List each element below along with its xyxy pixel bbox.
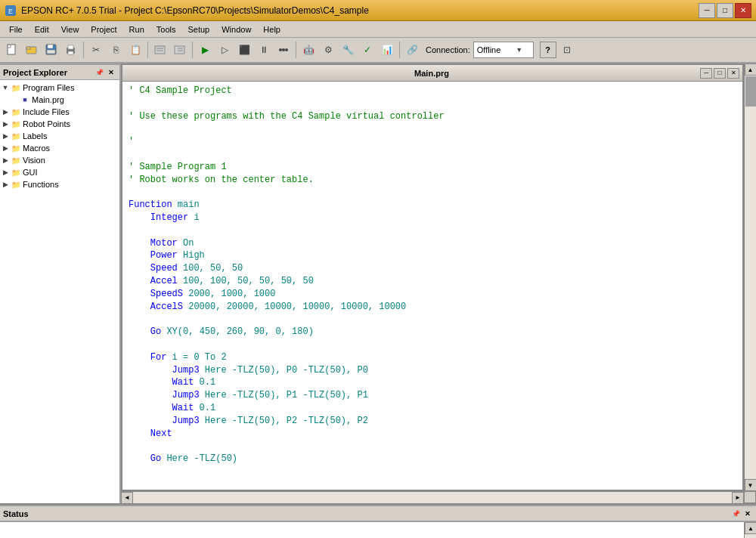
tb-extra[interactable]: ⊡	[558, 41, 576, 59]
tb-run[interactable]: ▶	[196, 41, 214, 59]
code-line-4	[129, 122, 736, 135]
title-bar: E EPSON RC+ 7.0.5 Trial - Project C:\Eps…	[0, 0, 756, 21]
folder-icon-vision: 📁	[11, 155, 21, 165]
label-labels: Labels	[23, 131, 47, 141]
editor-content[interactable]: ' C4 Sample Project ' Use these programs…	[122, 82, 742, 490]
status-pin-icon[interactable]: 📌	[730, 509, 741, 519]
expand-vision: ▶	[2, 156, 9, 164]
code-line-2	[129, 97, 736, 110]
editor-minimize-btn[interactable]: ─	[700, 68, 712, 79]
editor-close-btn[interactable]: ✕	[727, 68, 739, 79]
tb-dots[interactable]	[274, 41, 293, 59]
pe-title: Project Explorer	[3, 68, 67, 77]
scroll-track-v[interactable]	[745, 76, 756, 479]
status-content: ▲ ▼ ◄ ►	[0, 521, 756, 538]
label-include-files: Include Files	[23, 107, 70, 116]
editor-title: Main.prg	[163, 69, 700, 78]
tb-btn6[interactable]	[171, 41, 189, 59]
maximize-button[interactable]: □	[717, 3, 733, 18]
status-header: Status 📌 ✕	[0, 505, 756, 521]
tb-new[interactable]	[3, 41, 21, 59]
menu-file[interactable]: File	[3, 23, 29, 36]
status-scroll-up[interactable]: ▲	[745, 522, 756, 534]
status-vscrollbar[interactable]: ▲ ▼	[744, 522, 756, 538]
tb-more4[interactable]: 📊	[378, 41, 396, 59]
close-button[interactable]: ✕	[735, 3, 751, 18]
menu-help[interactable]: Help	[257, 23, 287, 36]
tree-item-robot-points[interactable]: ▶ 📁 Robot Points	[2, 118, 118, 130]
connection-dropdown[interactable]: Offline ▼	[473, 42, 534, 58]
svg-rect-12	[68, 51, 73, 54]
tb-stop[interactable]: ⬛	[235, 41, 253, 59]
pe-pin-icon[interactable]: 📌	[94, 67, 104, 78]
menu-setup[interactable]: Setup	[181, 23, 215, 36]
code-line-30: Go Here -TLZ(50)	[129, 453, 736, 465]
tree-item-macros[interactable]: ▶ 📁 Macros	[2, 142, 118, 154]
pe-close-icon[interactable]: ✕	[106, 67, 116, 78]
code-line-26: Wait 0.1	[129, 402, 736, 415]
tb-step[interactable]: ▷	[215, 41, 234, 59]
code-line-14: Power High	[129, 249, 736, 262]
expand-include-files: ▶	[2, 108, 9, 116]
tree-item-include-files[interactable]: ▶ 📁 Include Files	[2, 106, 118, 118]
tb-link[interactable]: 🔗	[403, 41, 421, 59]
tree-item-main-prg[interactable]: ■ Main.prg	[2, 94, 118, 106]
tree-item-functions[interactable]: ▶ 📁 Functions	[2, 178, 118, 190]
expand-program-files: ▼	[2, 84, 9, 91]
tb-copy[interactable]: ⎘	[107, 41, 125, 59]
menu-view[interactable]: View	[55, 23, 85, 36]
editor-restore-btn[interactable]: □	[714, 68, 726, 79]
label-functions: Functions	[23, 180, 59, 189]
code-line-10: Function main	[129, 199, 736, 212]
editor-title-bar: Main.prg ─ □ ✕	[122, 65, 742, 82]
code-line-9	[129, 186, 736, 199]
tree-item-vision[interactable]: ▶ 📁 Vision	[2, 154, 118, 166]
code-line-6	[129, 148, 736, 161]
tb-more3[interactable]: ✓	[358, 41, 376, 59]
scroll-thumb-v[interactable]	[745, 76, 756, 107]
connection-value: Offline	[477, 45, 501, 54]
tb-open[interactable]	[23, 41, 41, 59]
code-line-21	[129, 339, 736, 351]
tb-pause[interactable]: ⏸	[255, 41, 273, 59]
code-line-3: ' Use these programs with the C4 Sample …	[129, 110, 736, 123]
main-area: Project Explorer 📌 ✕ ▼ 📁 Program Files ■…	[0, 63, 756, 503]
menu-edit[interactable]: Edit	[29, 23, 55, 36]
menu-window[interactable]: Window	[215, 23, 257, 36]
tb-paste[interactable]: 📋	[126, 41, 144, 59]
tb-cut[interactable]: ✂	[87, 41, 105, 59]
connection-area: Connection: Offline ▼	[426, 42, 534, 58]
menu-run[interactable]: Run	[123, 23, 150, 36]
tb-more2[interactable]: 🔧	[339, 41, 357, 59]
scroll-track-h[interactable]	[133, 492, 732, 503]
editor-hscrollbar: ◄ ►	[121, 491, 744, 503]
code-line-22: For i = 0 To 2	[129, 351, 736, 364]
tb-more1[interactable]: ⚙	[319, 41, 337, 59]
tb-save[interactable]	[42, 41, 60, 59]
minimize-button[interactable]: ─	[699, 3, 715, 18]
scroll-up-arrow[interactable]: ▲	[745, 63, 757, 76]
code-line-24: Wait 0.1	[129, 376, 736, 389]
tree-item-program-files[interactable]: ▼ 📁 Program Files	[2, 82, 118, 94]
tb-print[interactable]	[62, 41, 80, 59]
status-close-icon[interactable]: ✕	[742, 509, 753, 519]
folder-icon-macros: 📁	[11, 143, 21, 153]
menu-tools[interactable]: Tools	[150, 23, 182, 36]
svg-rect-13	[155, 46, 165, 54]
scroll-right-arrow[interactable]: ►	[732, 492, 744, 504]
label-robot-points: Robot Points	[23, 119, 70, 128]
menu-project[interactable]: Project	[85, 23, 122, 36]
code-line-20: Go XY(0, 450, 260, 90, 0, 180)	[129, 326, 736, 339]
status-scroll-track[interactable]	[745, 534, 756, 538]
tree-item-labels[interactable]: ▶ 📁 Labels	[2, 130, 118, 142]
menu-bar: File Edit View Project Run Tools Setup W…	[0, 21, 756, 38]
help-button[interactable]: ?	[540, 42, 556, 58]
tb-robot[interactable]: 🤖	[299, 41, 318, 59]
expand-functions: ▶	[2, 181, 9, 188]
tb-btn5[interactable]	[151, 41, 169, 59]
scrollbar-corner	[744, 491, 756, 503]
pe-tree: ▼ 📁 Program Files ■ Main.prg ▶ 📁 Include…	[0, 80, 119, 503]
tree-item-gui[interactable]: ▶ 📁 GUI	[2, 166, 118, 178]
scroll-left-arrow[interactable]: ◄	[121, 492, 133, 504]
scroll-down-arrow[interactable]: ▼	[745, 479, 757, 491]
